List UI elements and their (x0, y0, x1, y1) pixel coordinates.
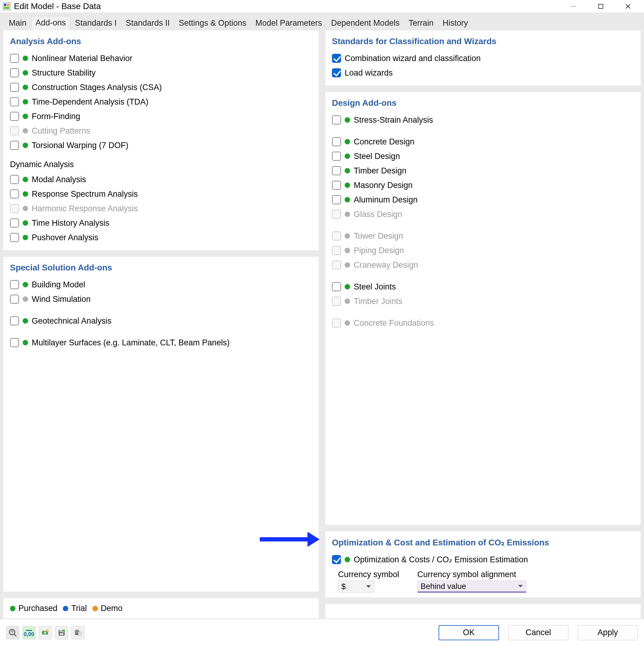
panel-empty (325, 604, 641, 619)
addon-checkbox[interactable] (10, 97, 19, 106)
window-title: Edit Model - Base Data (14, 2, 101, 11)
panel-design-addons: Design Add-ons Stress-Strain AnalysisCon… (325, 92, 641, 525)
option-checkbox[interactable] (332, 68, 341, 77)
addon-checkbox[interactable] (10, 338, 19, 347)
addon-checkbox[interactable] (332, 181, 341, 190)
subheading-dynamic: Dynamic Analysis (10, 160, 312, 169)
addon-label: Building Model (32, 280, 85, 290)
title-bar: Edit Model - Base Data (0, 0, 644, 13)
status-dot-icon (23, 177, 28, 182)
addon-label: Construction Stages Analysis (CSA) (32, 83, 162, 92)
help-button[interactable]: ? (6, 626, 19, 639)
addon-checkbox[interactable] (10, 175, 19, 184)
addon-label: Pushover Analysis (32, 233, 99, 242)
addon-checkbox[interactable] (332, 195, 341, 204)
addon-label: Masonry Design (354, 181, 413, 190)
svg-rect-17 (60, 633, 63, 635)
addon-row: Building Model (10, 278, 312, 291)
status-dot-icon (345, 153, 350, 159)
status-dot-icon (345, 299, 350, 304)
addon-label: Cutting Patterns (32, 126, 90, 136)
status-dot-icon (23, 220, 28, 226)
tab-settings-options[interactable]: Settings & Options (174, 16, 251, 30)
tab-standards-i[interactable]: Standards I (71, 16, 121, 30)
currency-symbol-select[interactable]: $ (338, 580, 374, 593)
panel-title: Analysis Add-ons (10, 36, 312, 46)
option-label: Combination wizard and classification (345, 54, 481, 63)
apply-button[interactable]: Apply (577, 625, 638, 640)
addon-checkbox[interactable] (10, 280, 19, 289)
option-checkbox[interactable] (332, 54, 341, 63)
tab-add-ons[interactable]: Add-ons (31, 16, 71, 30)
optimization-checkbox[interactable] (332, 555, 341, 564)
svg-line-9 (14, 634, 16, 636)
status-dot-icon (23, 56, 28, 61)
addon-label: Structure Stability (32, 68, 96, 78)
units-button[interactable]: ▬▬0,00 (22, 626, 36, 639)
addon-checkbox[interactable] (10, 190, 19, 199)
currency-symbol-label: Currency symbol (338, 570, 399, 579)
currency-alignment-select[interactable]: Behind value (417, 580, 526, 593)
default-settings-button[interactable] (71, 626, 85, 639)
addon-checkbox[interactable] (332, 137, 341, 146)
addon-checkbox[interactable] (10, 218, 19, 227)
addon-checkbox[interactable] (10, 316, 19, 325)
button-label: OK (463, 628, 475, 637)
addon-checkbox[interactable] (10, 141, 19, 150)
addon-label: Geotechnical Analysis (32, 316, 112, 326)
save-button[interactable] (55, 626, 68, 639)
currency-alignment-label: Currency symbol alignment (417, 570, 526, 579)
addon-row: Tower Design (332, 229, 634, 243)
ok-button[interactable]: OK (438, 625, 499, 640)
status-dot-icon (345, 212, 350, 217)
cancel-button[interactable]: Cancel (508, 625, 568, 640)
addon-row: Stress-Strain Analysis (332, 113, 634, 127)
addon-label: Stress-Strain Analysis (354, 115, 433, 125)
addon-checkbox[interactable] (332, 115, 341, 124)
close-button[interactable] (614, 0, 642, 12)
addon-label: Aluminum Design (354, 195, 418, 205)
addon-row: Masonry Design (332, 179, 634, 192)
currency-button[interactable]: $ (39, 626, 52, 639)
addon-row: Cutting Patterns (10, 124, 312, 137)
addon-checkbox[interactable] (10, 54, 19, 63)
addon-row: Form-Finding (10, 110, 312, 123)
addon-checkbox[interactable] (332, 166, 341, 175)
tab-dependent-models[interactable]: Dependent Models (327, 16, 404, 30)
addon-checkbox (332, 210, 341, 219)
status-dot-icon (23, 85, 28, 90)
addon-row: Concrete Design (332, 135, 634, 148)
minimize-button[interactable] (560, 0, 587, 12)
option-row: Combination wizard and classification (332, 52, 634, 65)
status-dot-icon (23, 191, 28, 197)
addon-checkbox[interactable] (10, 295, 19, 304)
addon-label: Time History Analysis (32, 218, 109, 228)
dot-green-icon (10, 606, 15, 611)
addon-checkbox (332, 246, 341, 255)
addon-checkbox[interactable] (332, 282, 341, 291)
addon-checkbox[interactable] (10, 68, 19, 77)
addon-checkbox[interactable] (10, 112, 19, 121)
maximize-button[interactable] (587, 0, 614, 12)
addon-row: Response Spectrum Analysis (10, 187, 312, 201)
legend-purchased: Purchased (10, 604, 57, 613)
select-value: $ (341, 582, 346, 591)
tab-model-parameters[interactable]: Model Parameters (251, 16, 327, 30)
tab-history[interactable]: History (438, 16, 473, 30)
addon-row: Optimization & Costs / CO₂ Emission Esti… (332, 553, 634, 566)
option-label: Load wizards (345, 68, 393, 78)
status-dot-icon (23, 70, 28, 76)
tab-standards-ii[interactable]: Standards II (121, 16, 174, 30)
addon-label: Torsional Warping (7 DOF) (32, 141, 128, 150)
addon-row: Steel Design (332, 149, 634, 163)
addon-checkbox[interactable] (10, 233, 19, 242)
legend-trial: Trial (63, 604, 87, 613)
addon-row: Torsional Warping (7 DOF) (10, 139, 312, 152)
addon-row: Concrete Foundations (332, 316, 634, 330)
addon-checkbox[interactable] (10, 83, 19, 92)
tab-main[interactable]: Main (4, 16, 31, 30)
addon-row: Piping Design (332, 244, 634, 257)
tab-terrain[interactable]: Terrain (404, 16, 438, 30)
panel-optimization: Optimization & Cost and Estimation of CO… (325, 531, 641, 598)
addon-checkbox[interactable] (332, 152, 341, 161)
